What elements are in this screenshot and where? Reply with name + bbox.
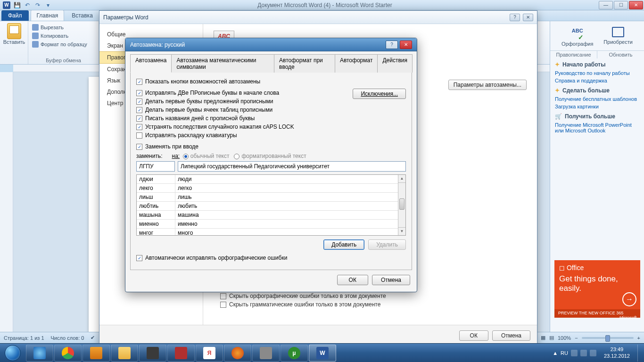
tray-lang[interactable]: RU [561,350,568,356]
ac-ok-button[interactable]: ОК [337,275,368,285]
tab-actions[interactable]: Действия [377,54,413,73]
scrollbar-thumb[interactable] [399,198,405,210]
tray-expand-icon[interactable]: ▲ [553,350,558,356]
zoom-slider[interactable] [582,337,634,339]
buy-button[interactable]: Приобрести [603,27,633,47]
checkbox-autospell[interactable]: ✓ [136,255,142,261]
checkbox-two-caps[interactable]: ✓ [136,90,142,96]
taskbar-app3[interactable] [252,345,280,362]
checkbox[interactable] [220,293,226,299]
replace-input[interactable] [136,161,175,172]
word-icon: W [316,347,329,359]
section-do-more: ✦Сделать больше [550,84,644,95]
taskbar-app1[interactable] [139,345,166,362]
ac-cancel-button[interactable]: Отмена [372,275,410,285]
tab-insert[interactable]: Вставка [66,10,99,21]
radio-formatted-text[interactable] [234,154,239,159]
list-item[interactable]: лдюилюди [137,175,398,184]
checkbox-keyboard[interactable] [136,132,142,139]
format-painter-button[interactable]: Формат по образцу [32,40,95,49]
tab-math-autocorrect[interactable]: Автозамена математическими символами [171,54,274,73]
status-word-count[interactable]: Число слов: 0 [51,335,84,341]
close-button[interactable]: ✕ [629,1,643,9]
delete-button[interactable]: Удалить [368,239,406,250]
tab-home[interactable]: Главная [31,10,65,21]
zoom-level[interactable]: 100% [558,335,571,341]
tray-network-icon[interactable] [580,350,587,356]
taskbar-chrome[interactable] [54,345,82,362]
taskbar-firefox[interactable] [224,345,251,362]
show-buttons-label: Показать кнопки возможностей автозамены [145,78,260,85]
cells-label: Делать первые буквы ячеек таблиц прописн… [145,107,272,113]
taskbar-app2[interactable] [167,345,195,362]
tray-flag-icon[interactable] [571,350,578,356]
qat-save-icon[interactable]: 💾 [13,1,21,9]
options-cancel-button[interactable]: Отмена [492,330,530,341]
tab-autocorrect[interactable]: Автозамена [130,54,172,73]
options-help-button[interactable]: ? [510,14,520,21]
office-ad[interactable]: ◻ Office Get things done, easily. → PREV… [554,260,640,318]
ac-help-button[interactable]: ? [386,41,398,49]
checkbox[interactable] [220,302,226,308]
show-desktop-button[interactable] [637,345,642,362]
autocorrect-options-button[interactable]: Параметры автозамены... [448,80,527,90]
checkbox-cells[interactable]: ✓ [136,107,142,113]
qat-redo-icon[interactable]: ↷ [34,1,41,9]
link-guide[interactable]: Руководство по началу работы [550,69,644,77]
list-item[interactable]: мнгогмного [137,229,398,235]
status-proofing-icon[interactable]: ✔ [91,335,95,341]
checkbox-days[interactable]: ✓ [136,115,142,122]
link-templates[interactable]: Получение бесплатных шаблонов [550,95,644,103]
list-item[interactable]: лиьшлишь [137,193,398,202]
options-close-button[interactable]: ✕ [523,14,533,21]
tab-autoformat[interactable]: Автоформат [335,54,378,73]
list-item[interactable]: любтиьлюбить [137,202,398,211]
ac-close-button[interactable]: ✕ [400,41,412,49]
taskbar-yandex[interactable]: Я [196,345,223,362]
zoom-out-button[interactable]: − [575,335,578,341]
list-item[interactable]: лекголегко [137,184,398,193]
checkbox-capslock[interactable]: ✓ [136,124,142,130]
taskbar-word-active[interactable]: W [309,345,336,362]
tray-volume-icon[interactable] [590,350,596,356]
taskbar-ie[interactable] [26,345,53,362]
checkbox-show-buttons[interactable]: ✓ [136,79,142,85]
with-label: на: [172,153,180,159]
file-tab[interactable]: Файл [1,10,29,21]
minimize-button[interactable]: — [599,1,613,9]
status-page[interactable]: Страница: 1 из 1 [4,335,44,341]
link-help[interactable]: Справка и поддержка [550,77,644,84]
paste-button[interactable]: Вставить [4,23,25,45]
star-icon: ✦ [555,87,560,94]
spelling-button[interactable]: ABC Орфография [561,27,593,47]
qat-undo-icon[interactable]: ↶ [24,1,31,9]
with-input[interactable] [178,161,406,172]
zoom-in-button[interactable]: + [637,335,640,341]
checkbox-replace-typing[interactable]: ✓ [136,144,142,150]
maximize-button[interactable]: ☐ [614,1,628,9]
options-ok-button[interactable]: ОК [459,330,488,341]
taskbar-utorrent[interactable]: µ [281,345,308,362]
taskbar-media[interactable] [83,345,110,362]
taskbar-explorer[interactable] [111,345,138,362]
tray-clock[interactable]: 23:49 23.12.2012 [600,346,634,359]
radio-plain-text[interactable] [183,154,189,159]
copy-button[interactable]: Копировать [32,32,95,40]
tab-autoformat-typing[interactable]: Автоформат при вводе [274,54,335,73]
list-item[interactable]: миенноименно [137,220,398,229]
window-title: Документ Microsoft Word (4) - Microsoft … [52,2,598,8]
scrollbar[interactable] [398,175,405,235]
link-clipart[interactable]: Загрузка картинки [550,103,644,110]
qat-dropdown-icon[interactable]: ▾ [44,1,52,9]
view-print-icon[interactable]: ▦ [541,335,545,341]
view-web-icon[interactable]: ▤ [549,335,554,341]
checkbox-sentence[interactable]: ✓ [136,99,142,105]
list-item[interactable]: машынамашина [137,211,398,220]
cut-button[interactable]: Вырезать [32,23,95,32]
exceptions-button[interactable]: Исключения... [353,89,406,99]
autocorrect-list[interactable]: лдюилюдилекголегколиьшлишьлюбтиьлюбитьма… [136,174,406,236]
link-powerpoint-outlook[interactable]: Получение Microsoft PowerPoint или Micro… [550,121,644,134]
start-button[interactable] [0,344,25,362]
autocorrect-title: Автозамена: русский [130,41,185,48]
add-button[interactable]: Добавить [323,239,364,250]
